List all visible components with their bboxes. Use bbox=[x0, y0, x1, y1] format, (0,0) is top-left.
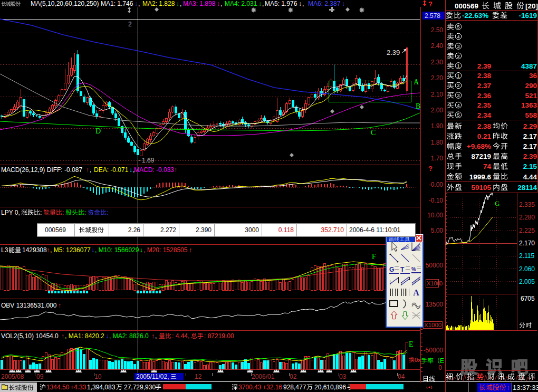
svg-text::: : bbox=[107, 209, 108, 216]
svg-text:2.38: 2.38 bbox=[477, 122, 492, 130]
svg-text:521: 521 bbox=[525, 92, 537, 100]
svg-text:-0.10: -0.10 bbox=[429, 197, 444, 204]
svg-text:,: , bbox=[138, 0, 140, 7]
svg-text:09: 09 bbox=[36, 373, 44, 380]
svg-text:3700.43: 3700.43 bbox=[238, 384, 262, 391]
svg-text:MACD: -0.033: MACD: -0.033 bbox=[134, 166, 174, 174]
svg-text:50000: 50000 bbox=[426, 262, 444, 269]
svg-text:10.00: 10.00 bbox=[427, 212, 443, 219]
svg-text:928,477: 928,477 bbox=[283, 384, 306, 391]
svg-text:↓: ↓ bbox=[105, 332, 109, 340]
svg-text:2.00: 2.00 bbox=[431, 107, 444, 114]
svg-text:↓: ↓ bbox=[176, 0, 179, 7]
svg-text:1.69: 1.69 bbox=[142, 157, 155, 164]
svg-text:?: ? bbox=[428, 0, 433, 8]
svg-text:MA2: 1.828: MA2: 1.828 bbox=[142, 0, 175, 7]
svg-text:59105: 59105 bbox=[471, 184, 491, 192]
svg-text:10: 10 bbox=[94, 373, 102, 380]
svg-text:2.10: 2.10 bbox=[431, 91, 444, 98]
svg-text:000569: 000569 bbox=[455, 2, 478, 10]
svg-text:X1000: X1000 bbox=[424, 322, 441, 328]
svg-text:2.37: 2.37 bbox=[477, 82, 491, 90]
svg-text:1: 1 bbox=[457, 63, 459, 69]
svg-text:,: , bbox=[180, 0, 181, 7]
svg-text:↓: ↓ bbox=[129, 166, 132, 174]
svg-text:87219: 87219 bbox=[471, 152, 491, 160]
svg-text:-50000: -50000 bbox=[424, 347, 444, 354]
svg-text:0: 0 bbox=[439, 280, 443, 286]
svg-text:2.170: 2.170 bbox=[519, 240, 535, 247]
svg-text:↓: ↓ bbox=[91, 246, 94, 254]
svg-text:04: 04 bbox=[398, 373, 405, 380]
svg-text:2.17: 2.17 bbox=[523, 132, 537, 140]
svg-text:1,394,083: 1,394,083 bbox=[87, 384, 116, 391]
svg-text:OBV 13136531.000: OBV 13136531.000 bbox=[1, 302, 57, 309]
svg-text:2.50: 2.50 bbox=[431, 26, 444, 34]
svg-text:290: 290 bbox=[525, 82, 537, 90]
svg-text:0.21: 0.21 bbox=[477, 132, 492, 140]
svg-text:1999.6: 1999.6 bbox=[469, 173, 492, 181]
svg-text:MA6: 2.387: MA6: 2.387 bbox=[308, 0, 341, 7]
svg-text:558: 558 bbox=[525, 111, 537, 119]
svg-text:2.20: 2.20 bbox=[431, 74, 444, 82]
svg-text:A: A bbox=[414, 78, 419, 86]
svg-text:2.40: 2.40 bbox=[431, 42, 444, 50]
svg-text:, M10: 1566029: , M10: 1566029 bbox=[95, 246, 139, 254]
svg-text:2.29: 2.29 bbox=[523, 122, 537, 130]
svg-text:↑: ↑ bbox=[58, 302, 61, 309]
svg-text:: 4.44,: : 4.44, bbox=[172, 332, 189, 340]
svg-text:03: 03 bbox=[339, 373, 347, 380]
svg-text:: 87219.00: : 87219.00 bbox=[204, 332, 234, 340]
svg-text:2.17: 2.17 bbox=[523, 142, 537, 150]
svg-text:-0.00: -0.00 bbox=[429, 181, 444, 188]
svg-text:27,729,930: 27,729,930 bbox=[124, 384, 156, 391]
svg-text:2.115: 2.115 bbox=[519, 252, 534, 260]
svg-text:2.39: 2.39 bbox=[523, 152, 537, 160]
svg-text:G: G bbox=[495, 199, 499, 207]
svg-text:1.70: 1.70 bbox=[431, 155, 444, 162]
svg-text:2.15: 2.15 bbox=[523, 162, 537, 170]
svg-text:+9.68%: +9.68% bbox=[467, 142, 491, 150]
svg-text:MACD(26,12,9) DIFF: -0.087: MACD(26,12,9) DIFF: -0.087 bbox=[1, 166, 82, 174]
svg-text:D: D bbox=[95, 127, 101, 135]
svg-text:2.280: 2.280 bbox=[519, 214, 535, 221]
svg-text:2.005: 2.005 bbox=[519, 278, 535, 285]
svg-text:2.272: 2.272 bbox=[160, 226, 176, 234]
svg-text:MA5: 1.976: MA5: 1.976 bbox=[265, 0, 297, 7]
svg-text:36: 36 bbox=[529, 72, 537, 80]
svg-text:2.34: 2.34 bbox=[477, 111, 492, 119]
svg-text:MA3: 1.898: MA3: 1.898 bbox=[183, 0, 216, 7]
svg-text:, M20: 1528505: , M20: 1528505 bbox=[143, 246, 188, 254]
svg-text:0.118: 0.118 bbox=[278, 226, 294, 234]
svg-text::: : bbox=[40, 209, 42, 216]
svg-text:E: E bbox=[440, 357, 444, 365]
svg-text:1.80: 1.80 bbox=[431, 139, 444, 146]
svg-text:2.39: 2.39 bbox=[477, 62, 491, 70]
svg-text:-22.63%: -22.63% bbox=[462, 12, 488, 20]
svg-text:↑: ↑ bbox=[86, 166, 89, 174]
svg-text:2.39: 2.39 bbox=[387, 49, 400, 56]
svg-text:↓: ↓ bbox=[258, 0, 262, 7]
svg-text:4: 4 bbox=[457, 103, 459, 108]
svg-text:,: , bbox=[302, 0, 304, 7]
svg-text:↑: ↑ bbox=[174, 166, 177, 174]
svg-text:02: 02 bbox=[290, 373, 297, 380]
svg-text:0x: 0x bbox=[415, 357, 421, 363]
svg-text:↓: ↓ bbox=[140, 246, 143, 254]
svg-text:3: 3 bbox=[457, 93, 459, 98]
svg-text:13500: 13500 bbox=[426, 301, 444, 308]
svg-text:↑: ↑ bbox=[46, 246, 50, 254]
svg-text:↑: ↑ bbox=[61, 332, 64, 340]
svg-text:2.060: 2.060 bbox=[519, 265, 535, 273]
svg-text:352.710: 352.710 bbox=[321, 226, 344, 234]
svg-text::: : bbox=[84, 209, 86, 216]
svg-text:5: 5 bbox=[457, 112, 459, 118]
svg-text:+4.33: +4.33 bbox=[70, 384, 87, 391]
svg-text:1429308: 1429308 bbox=[22, 246, 47, 254]
svg-text:2.225: 2.225 bbox=[519, 227, 535, 234]
svg-text:E: E bbox=[409, 340, 414, 348]
svg-text:1363: 1363 bbox=[521, 101, 537, 109]
svg-text:2.36: 2.36 bbox=[477, 92, 492, 100]
svg-text:2: 2 bbox=[457, 83, 459, 88]
svg-text:2006/01: 2006/01 bbox=[252, 373, 275, 380]
